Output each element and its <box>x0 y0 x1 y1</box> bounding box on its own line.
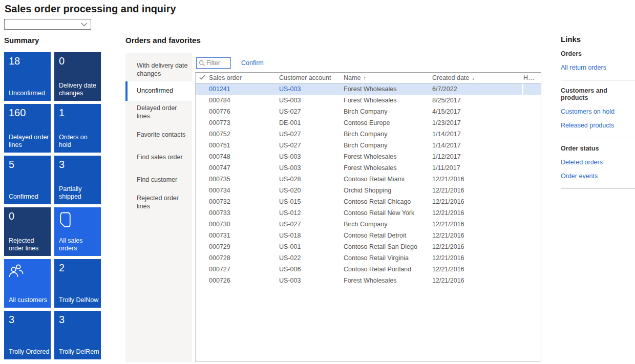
sales-order-cell[interactable]: 000728 <box>209 252 279 264</box>
customer-account-cell[interactable]: US-015 <box>279 196 344 207</box>
grid-row[interactable]: 000733 US-012 Contoso Retail New York 12… <box>196 207 541 219</box>
tab-find-sales-order[interactable]: Find sales order <box>125 146 192 168</box>
workspace-combobox[interactable] <box>4 19 91 30</box>
summary-tile-all-sales-orders[interactable]: All sales orders <box>54 207 101 256</box>
summary-tile-orders-on-hold[interactable]: 1 Orders on hold <box>54 104 101 153</box>
sales-order-cell[interactable]: 001241 <box>209 83 279 95</box>
customer-account-cell[interactable]: US-027 <box>279 106 344 117</box>
column-header-sales-order[interactable]: Sales order <box>209 74 279 81</box>
summary-tile-all-customers[interactable]: All customers <box>4 259 51 308</box>
tab-favorite-contacts[interactable]: Favorite contacts <box>125 123 192 146</box>
row-select-cell[interactable] <box>196 264 209 275</box>
sales-order-cell[interactable]: 000748 <box>209 151 279 162</box>
row-select-cell[interactable] <box>196 241 209 252</box>
grid-row[interactable]: 000784 US-003 Forest Wholesales 8/25/201… <box>196 95 541 106</box>
row-select-cell[interactable] <box>196 106 209 117</box>
summary-tile-confirmed[interactable]: 5 Confirmed <box>4 156 51 204</box>
grid-row[interactable]: 000752 US-027 Birch Company 1/14/2017 <box>196 129 541 140</box>
sales-order-cell[interactable]: 000731 <box>209 230 279 241</box>
customer-account-cell[interactable]: US-022 <box>279 252 344 264</box>
tab-find-customer[interactable]: Find customer <box>125 168 192 191</box>
grid-row[interactable]: 000727 US-006 Contoso Retail Portland 12… <box>196 264 541 275</box>
grid-row[interactable]: 000751 US-027 Birch Company 1/14/2017 <box>196 140 541 151</box>
tab-rejected-order-lines[interactable]: Rejected order lines <box>125 191 192 214</box>
summary-tile-trolly-delnow[interactable]: 2 Trolly DelNow <box>54 259 101 308</box>
row-select-cell[interactable] <box>196 95 209 106</box>
customer-account-cell[interactable]: US-003 <box>279 151 344 162</box>
confirm-button[interactable]: Confirm <box>241 59 264 67</box>
grid-row[interactable]: 000732 US-015 Contoso Retail Chicago 12/… <box>196 196 541 207</box>
row-select-cell[interactable] <box>196 219 209 230</box>
sales-order-cell[interactable]: 000730 <box>209 219 279 230</box>
summary-tile-delayed-order-lines[interactable]: 160 Delayed order lines <box>4 104 51 153</box>
sales-order-cell[interactable]: 000732 <box>209 196 279 207</box>
row-select-cell[interactable] <box>196 275 209 286</box>
row-select-cell[interactable] <box>196 252 209 264</box>
summary-tile-trolly-delrem[interactable]: 3 Trolly DelRem <box>54 311 101 359</box>
grid-row[interactable]: 000776 US-027 Birch Company 4/15/2017 <box>196 106 541 117</box>
sales-order-cell[interactable]: 000751 <box>209 140 279 151</box>
sales-order-cell[interactable]: 000784 <box>209 95 279 106</box>
filter-input[interactable] <box>206 59 229 67</box>
row-select-cell[interactable] <box>196 117 209 129</box>
grid-row[interactable]: 000731 US-018 Contoso Retail Detroit 12/… <box>196 230 541 241</box>
summary-tile-unconfirmed[interactable]: 18 Unconfirmed <box>4 52 51 101</box>
grid-row[interactable]: 000730 US-027 Birch Company 12/21/2016 <box>196 219 541 230</box>
grid-row[interactable]: 000735 US-028 Contoso Retail Miami 12/21… <box>196 174 541 185</box>
customer-account-cell[interactable]: US-028 <box>279 174 344 185</box>
customer-account-cell[interactable]: US-006 <box>279 264 344 275</box>
summary-tile-trolly-ordered[interactable]: 3 Trolly Ordered <box>4 311 51 359</box>
sales-order-cell[interactable]: 000773 <box>209 117 279 129</box>
summary-tile-delivery-date-changes[interactable]: 0 Delivery date changes <box>54 52 101 101</box>
grid-row[interactable]: 000747 US-003 Forest Wholesales 1/11/201… <box>196 162 541 174</box>
customer-account-cell[interactable]: US-027 <box>279 140 344 151</box>
link-customers-on-hold[interactable]: Customers on hold <box>561 108 635 115</box>
row-select-cell[interactable] <box>196 207 209 219</box>
row-select-cell[interactable] <box>196 140 209 151</box>
row-select-cell[interactable] <box>196 174 209 185</box>
column-header-hold[interactable]: H… <box>523 74 541 81</box>
tab-with-delivery-date-changes[interactable]: With delivery date changes <box>125 58 192 81</box>
column-header-customer-account[interactable]: Customer account <box>279 74 344 81</box>
sales-order-cell[interactable]: 000726 <box>209 275 279 286</box>
customer-account-cell[interactable]: US-003 <box>279 95 344 106</box>
row-select-cell[interactable] <box>196 83 209 95</box>
customer-account-cell[interactable]: US-003 <box>279 83 344 95</box>
row-select-cell[interactable] <box>196 162 209 174</box>
customer-account-cell[interactable]: US-027 <box>279 219 344 230</box>
sales-order-cell[interactable]: 000776 <box>209 106 279 117</box>
column-header-created-date[interactable]: Created date↓ <box>432 74 522 81</box>
link-order-events[interactable]: Order events <box>561 173 635 180</box>
sales-order-cell[interactable]: 000729 <box>209 241 279 252</box>
select-all-checkbox[interactable] <box>196 74 209 81</box>
customer-account-cell[interactable]: US-018 <box>279 230 344 241</box>
tab-unconfirmed[interactable]: Unconfirmed <box>125 81 192 101</box>
link-all-return-orders[interactable]: All return orders <box>561 64 635 71</box>
row-select-cell[interactable] <box>196 185 209 196</box>
tab-delayed-order-lines[interactable]: Delayed order lines <box>125 101 192 124</box>
row-select-cell[interactable] <box>196 196 209 207</box>
grid-row[interactable]: 000748 US-003 Forest Wholesales 1/12/201… <box>196 151 541 162</box>
grid-row[interactable]: 000728 US-022 Contoso Retail Virginia 12… <box>196 252 541 264</box>
column-header-name[interactable]: Name↑ <box>344 74 432 81</box>
grid-row[interactable]: 000773 DE-001 Contoso Europe 1/23/2017 <box>196 117 541 129</box>
grid-row[interactable]: 000729 US-001 Contoso Retail San Diego 1… <box>196 241 541 252</box>
customer-account-cell[interactable]: US-020 <box>279 185 344 196</box>
grid-row[interactable]: 001241 US-003 Forest Wholesales 6/7/2022 <box>196 83 541 95</box>
link-deleted-orders[interactable]: Deleted orders <box>561 159 635 166</box>
customer-account-cell[interactable]: DE-001 <box>279 117 344 129</box>
sales-order-cell[interactable]: 000747 <box>209 162 279 174</box>
sales-order-cell[interactable]: 000734 <box>209 185 279 196</box>
row-select-cell[interactable] <box>196 151 209 162</box>
sales-order-cell[interactable]: 000727 <box>209 264 279 275</box>
customer-account-cell[interactable]: US-027 <box>279 129 344 140</box>
row-select-cell[interactable] <box>196 129 209 140</box>
customer-account-cell[interactable]: US-001 <box>279 241 344 252</box>
customer-account-cell[interactable]: US-012 <box>279 207 344 219</box>
customer-account-cell[interactable]: US-003 <box>279 275 344 286</box>
grid-row[interactable]: 000726 US-003 Forest Wholesales 12/21/20… <box>196 275 541 286</box>
grid-row[interactable]: 000734 US-020 Orchid Shopping 12/21/2016 <box>196 185 541 196</box>
sales-order-cell[interactable]: 000735 <box>209 174 279 185</box>
row-select-cell[interactable] <box>196 230 209 241</box>
customer-account-cell[interactable]: US-003 <box>279 162 344 174</box>
